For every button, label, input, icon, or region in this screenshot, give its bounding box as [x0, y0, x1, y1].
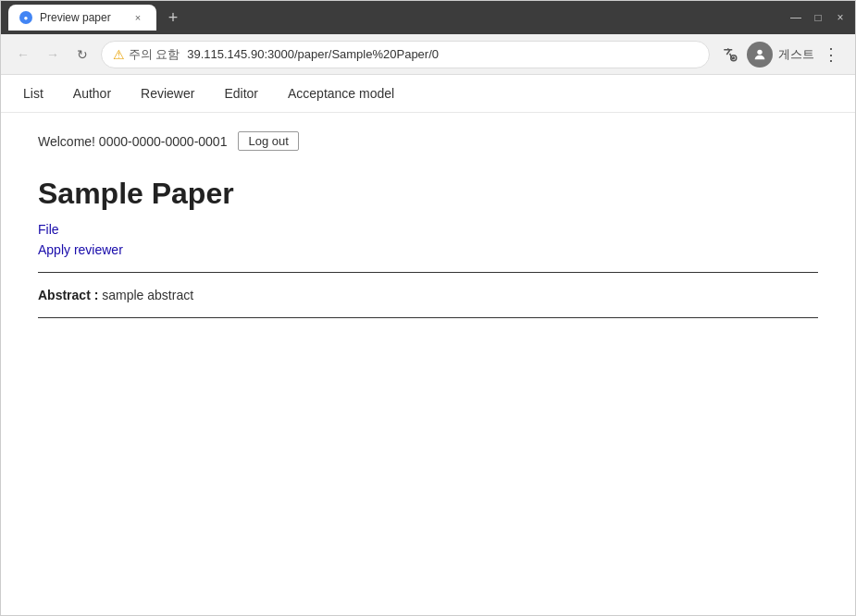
- nav-item-list[interactable]: List: [19, 75, 47, 112]
- abstract-section: Abstract : sample abstract: [38, 288, 818, 302]
- warning-text: 주의 요함: [129, 46, 180, 63]
- maximize-button[interactable]: □: [811, 10, 825, 25]
- abstract-label: Abstract :: [38, 288, 98, 302]
- window-controls: — □ ×: [788, 10, 848, 25]
- more-button[interactable]: ⋮: [818, 42, 844, 68]
- translate-button[interactable]: [717, 42, 743, 68]
- address-bar: ← → ↻ ⚠ 주의 요함 39.115.145.90:3000/paper/S…: [1, 34, 855, 75]
- forward-button[interactable]: →: [42, 43, 64, 66]
- abstract-text: sample abstract: [102, 288, 193, 302]
- back-button[interactable]: ←: [12, 43, 34, 66]
- toolbar-right: 게스트 ⋮: [717, 42, 844, 68]
- tab-favicon: ●: [19, 11, 32, 24]
- divider-bottom: [38, 317, 818, 318]
- tab-title: Preview paper: [40, 11, 123, 24]
- tab-bar: ● Preview paper × +: [8, 5, 777, 31]
- nav-item-author[interactable]: Author: [69, 75, 115, 112]
- reload-button[interactable]: ↻: [71, 43, 93, 66]
- page-content: Welcome! 0000-0000-0000-0001 Log out Sam…: [1, 113, 855, 615]
- svg-point-1: [757, 49, 762, 54]
- nav-menu: List Author Reviewer Editor Acceptance m…: [1, 75, 855, 113]
- url-bar[interactable]: ⚠ 주의 요함 39.115.145.90:3000/paper/Sample%…: [101, 41, 710, 68]
- paper-title: Sample Paper: [38, 177, 818, 211]
- apply-reviewer-link[interactable]: Apply reviewer: [38, 242, 818, 257]
- nav-item-reviewer[interactable]: Reviewer: [137, 75, 198, 112]
- profile-icon[interactable]: [747, 42, 773, 68]
- close-button[interactable]: ×: [833, 10, 848, 25]
- profile-label: 게스트: [778, 46, 814, 63]
- browser-window: ● Preview paper × + — □ × ← → ↻ ⚠ 주의 요함 …: [0, 0, 856, 616]
- welcome-text: Welcome! 0000-0000-0000-0001: [38, 134, 227, 149]
- nav-item-acceptance-model[interactable]: Acceptance model: [284, 75, 398, 112]
- warning-icon: ⚠: [113, 47, 125, 62]
- nav-item-editor[interactable]: Editor: [220, 75, 262, 112]
- divider-top: [38, 272, 818, 273]
- welcome-bar: Welcome! 0000-0000-0000-0001 Log out: [38, 131, 818, 151]
- new-tab-button[interactable]: +: [160, 5, 186, 31]
- active-tab[interactable]: ● Preview paper ×: [8, 5, 156, 31]
- title-bar: ● Preview paper × + — □ ×: [1, 1, 855, 34]
- tab-close-button[interactable]: ×: [130, 10, 145, 25]
- file-link[interactable]: File: [38, 222, 818, 237]
- url-text: 39.115.145.90:3000/paper/Sample%20Paper/…: [187, 47, 698, 61]
- minimize-button[interactable]: —: [788, 10, 803, 25]
- logout-button[interactable]: Log out: [238, 131, 298, 151]
